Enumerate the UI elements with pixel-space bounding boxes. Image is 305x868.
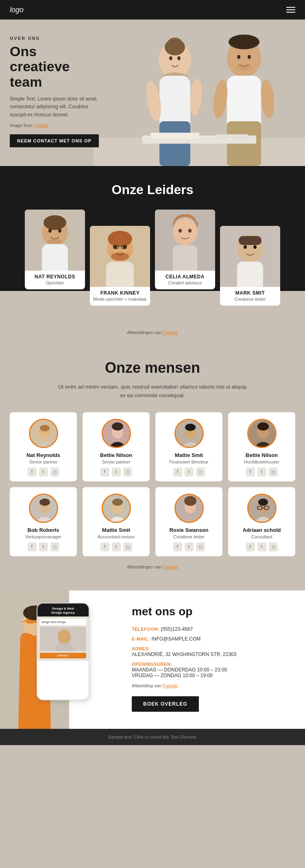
- person-name-5: Bob Roberts: [14, 527, 73, 533]
- leaders-title: Onze Leiders: [0, 182, 305, 197]
- twitter-icon-7[interactable]: t: [185, 542, 194, 551]
- phone-header: Design & Web Design Agency: [37, 603, 89, 617]
- svg-rect-48: [237, 262, 263, 287]
- person-social-6: f t ◻: [87, 542, 146, 551]
- svg-rect-42: [173, 245, 197, 271]
- menu-button[interactable]: [286, 7, 295, 13]
- instagram-icon-8[interactable]: ◻: [269, 542, 278, 551]
- person-role-5: Verkoopsmanager: [14, 534, 73, 539]
- contact-email-label: E-MAIL:: [132, 636, 150, 641]
- leader-card-celia: CELIA ALMEDA Creatief adviseur: [155, 210, 215, 322]
- svg-rect-22: [150, 133, 199, 139]
- people-credit-prefix: Afbeeldingen van: [127, 564, 163, 569]
- person-role-8: Consultant: [232, 534, 291, 539]
- twitter-icon-2[interactable]: t: [112, 468, 121, 477]
- hero-over-ons-label: OVER ONS: [10, 36, 99, 41]
- twitter-icon-8[interactable]: t: [257, 542, 266, 551]
- contact-email-row: E-MAIL: INFO@SAMPLE.COM: [132, 636, 295, 642]
- person-avatar-7: [174, 494, 204, 523]
- people-grid-row2: Bob Roberts Verkoopsmanager f t ◻ Mattie…: [10, 487, 295, 556]
- person-social-7: f t ◻: [159, 542, 218, 551]
- people-freepik-link[interactable]: Freepik: [163, 564, 178, 569]
- leaders-credit-prefix: Afbeeldingen van: [127, 330, 163, 335]
- instagram-icon-3[interactable]: ◻: [196, 468, 205, 477]
- people-subtitle: Ut enim ad minim veniam, quis nostrud ex…: [55, 383, 250, 400]
- contact-hours-label: OPENINGSUREN:: [132, 662, 172, 667]
- instagram-icon-4[interactable]: ◻: [269, 468, 278, 477]
- twitter-icon-6[interactable]: t: [112, 542, 121, 551]
- svg-point-34: [111, 252, 129, 260]
- facebook-icon-5[interactable]: f: [28, 542, 37, 551]
- svg-rect-47: [239, 236, 261, 245]
- twitter-icon-4[interactable]: t: [257, 468, 266, 477]
- navbar: logo: [0, 0, 305, 20]
- twitter-icon-5[interactable]: t: [39, 542, 48, 551]
- person-name-8: Adriaan schold: [232, 527, 291, 533]
- instagram-icon-7[interactable]: ◻: [196, 542, 205, 551]
- facebook-icon-8[interactable]: f: [246, 542, 255, 551]
- person-avatar-4: [247, 419, 277, 448]
- facebook-icon-4[interactable]: f: [246, 468, 255, 477]
- contact-address-value: ALEXANDRIË, 32 WASHINGTORN STR, 22303: [132, 652, 295, 657]
- leader-photo-nat: [25, 210, 85, 271]
- svg-point-81: [258, 498, 268, 506]
- person-role-4: Hoofdboekhouder: [232, 459, 291, 464]
- contact-hours-value2: VRIJDAG — ZONDAG 10:00 – 19:00: [132, 673, 295, 678]
- leader-role-mark: Creatieve leider: [223, 297, 277, 302]
- svg-point-43: [179, 229, 182, 233]
- person-avatar-1: [29, 419, 58, 448]
- instagram-icon-6[interactable]: ◻: [123, 542, 132, 551]
- instagram-icon-2[interactable]: ◻: [123, 468, 132, 477]
- person-card-7: Roxie Swanson Creatieve leider f t ◻: [155, 487, 222, 556]
- svg-point-30: [48, 239, 62, 244]
- svg-point-18: [236, 64, 252, 71]
- hero-cta-button[interactable]: NEEM CONTACT MET ONS OP: [10, 134, 99, 147]
- facebook-icon-1[interactable]: f: [28, 468, 37, 477]
- svg-point-13: [229, 35, 259, 49]
- svg-point-69: [39, 498, 50, 506]
- svg-rect-27: [42, 244, 68, 271]
- people-title: Onze mensen: [10, 359, 295, 376]
- instagram-icon-1[interactable]: ◻: [50, 468, 59, 477]
- leaders-header: Onze Leiders: [0, 166, 305, 197]
- leaders-freepik-link[interactable]: Freepik: [163, 330, 178, 335]
- contact-phone-value: (555)123-4567: [161, 626, 193, 632]
- svg-point-29: [58, 229, 61, 233]
- leader-card: FRANK KINNEY Mede-oprichter + makelaar: [90, 226, 150, 306]
- person-avatar-8: [247, 494, 277, 523]
- person-role-2: Senior partner: [87, 459, 146, 464]
- svg-point-57: [112, 422, 123, 431]
- svg-point-50: [253, 245, 257, 249]
- contact-cta-button[interactable]: BOEK OVERLEG: [132, 696, 199, 712]
- facebook-icon-6[interactable]: f: [100, 542, 109, 551]
- svg-rect-23: [216, 134, 248, 139]
- svg-point-95: [58, 630, 71, 644]
- svg-point-53: [40, 425, 50, 431]
- svg-point-17: [248, 55, 251, 59]
- contact-phone-mockup: Design & Web Design Agency design from D…: [37, 603, 89, 700]
- person-name-6: Mattie Smit: [87, 527, 146, 533]
- person-name-1: Nat Reynolds: [14, 452, 73, 458]
- leader-card: CELIA ALMEDA Creatief adviseur: [155, 210, 215, 289]
- leader-name-mark: MARK SMIT: [223, 290, 277, 296]
- leader-role-celia: Creatief adviseur: [158, 280, 212, 285]
- leaders-freepik: Afbeeldingen van Freepik: [0, 322, 305, 339]
- facebook-icon-3[interactable]: f: [173, 468, 182, 477]
- instagram-icon-5[interactable]: ◻: [50, 542, 59, 551]
- contact-credit: Afbeelding van Freepik: [132, 683, 295, 688]
- contact-hours-value1: MAANDAG — DONDERDAG 10:00 – 23:00: [132, 667, 295, 673]
- twitter-icon-3[interactable]: t: [185, 468, 194, 477]
- facebook-icon-7[interactable]: f: [173, 542, 182, 551]
- person-name-4: Bettie Nilson: [232, 452, 291, 458]
- contact-email-value: INFO@SAMPLE.COM: [151, 636, 200, 642]
- svg-point-9: [177, 56, 181, 60]
- person-card-3: Mattie Smit Financieel directeur f t ◻: [155, 412, 222, 481]
- people-freepik: Afbeeldingen van Freepik: [10, 563, 295, 570]
- twitter-icon-1[interactable]: t: [39, 468, 48, 477]
- svg-point-4: [165, 39, 185, 55]
- leaders-cards-area: NAT REYNOLDS Oprichter: [0, 210, 305, 322]
- person-role-7: Creatieve leider: [159, 534, 218, 539]
- facebook-icon-2[interactable]: f: [100, 468, 109, 477]
- person-social-5: f t ◻: [14, 542, 73, 551]
- phone-person-thumb: [40, 627, 86, 651]
